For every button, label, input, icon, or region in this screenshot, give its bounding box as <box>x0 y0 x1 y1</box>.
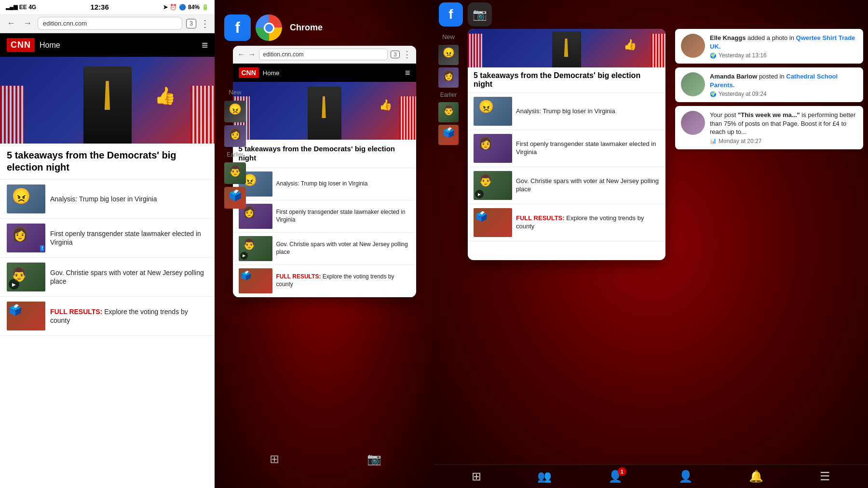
browser-menu-button[interactable]: ⋮ <box>200 18 210 29</box>
s-main-headline[interactable]: 5 takeaways from the Democrats' big elec… <box>233 140 416 168</box>
switcher-card[interactable]: ← → edition.cnn.com 3 ⋮ CNN Home ≡ 👍 <box>233 46 416 297</box>
s-thumb-voting: 🗳️ <box>239 268 272 293</box>
r-text-voting: FULL RESULTS: Explore the voting trends … <box>516 214 660 231</box>
cnn-home-label[interactable]: Home <box>40 41 60 50</box>
news-thumb-trump: 😠 <box>7 185 45 213</box>
r-earlier-thumb-2: 🗳️ <box>438 125 459 145</box>
r-earlier-icon-2: 🗳️ <box>438 125 459 140</box>
left-panel: ▂▄▆ EE 4G 12:36 ➤ ⏰ 🔵 84% 🔋 ← → edition.… <box>0 0 215 488</box>
bluetooth-icon: 🔵 <box>179 4 186 11</box>
s-home-label: Home <box>263 69 280 77</box>
r-list-item[interactable]: 😠 Analysis: Trump big loser in Virginia <box>468 93 665 130</box>
s-list-item[interactable]: 😠 Analysis: Trump big loser in Virginia <box>233 168 416 200</box>
fb-notif-content-3: Your post "This week we ma..." is perfor… <box>710 111 857 145</box>
news-list: 😠 Analysis: Trump big loser in Virginia … <box>0 180 215 488</box>
full-results-label: FULL RESULTS: <box>50 308 102 316</box>
hero-figure <box>79 62 136 144</box>
new-thumb-2-icon: 👩 <box>224 125 246 143</box>
r-cnn-headline[interactable]: 5 takeaways from the Democrats' big elec… <box>468 67 665 93</box>
fb-notif-text-3: Your post "This week we ma..." is perfor… <box>710 111 857 136</box>
switcher-sidebar-strip: New 😠 👩 Earlier 👨 🗳️ <box>224 87 246 209</box>
fb-action-2: posted in <box>759 73 786 80</box>
fb-notification-3[interactable]: Your post "This week we ma..." is perfor… <box>675 106 863 149</box>
s-play-icon: ▶ <box>240 252 248 260</box>
new-thumb-2: 👩 <box>224 125 246 147</box>
switcher-grid-icon[interactable]: ⊞ <box>262 447 286 471</box>
chrome-label: Chrome <box>290 23 323 33</box>
r-thumb-trans: 👩 <box>474 134 512 163</box>
r-earlier-label: Earlier <box>440 90 457 100</box>
r-menu-icon[interactable]: ☰ <box>820 470 830 483</box>
s-news-text-christie: Gov. Christie spars with voter at New Je… <box>276 241 410 256</box>
r-list-item[interactable]: 🗳️ FULL RESULTS: Explore the voting tren… <box>468 204 665 241</box>
s-list-item[interactable]: 👩 First openly transgender state lawmake… <box>233 200 416 233</box>
r-camera-icon[interactable]: 📷 <box>468 2 492 26</box>
chrome-app-icon[interactable] <box>256 14 282 41</box>
s-hamburger-icon[interactable]: ≡ <box>405 68 410 78</box>
news-text-trump: Analysis: Trump big loser in Virginia <box>50 195 208 203</box>
s-news-text-trump: Analysis: Trump big loser in Virginia <box>276 180 368 188</box>
fb-notification-1[interactable]: Elle Knaggs added a photo in Qwertee Shi… <box>675 29 863 64</box>
s-list-item[interactable]: 👨 ▶ Gov. Christie spars with voter at Ne… <box>233 233 416 265</box>
earlier-thumb-icon: 👨 <box>224 162 246 180</box>
r-tab-bar-icon[interactable]: ⊞ <box>472 470 481 483</box>
news-thumb-voting: 🗳️ <box>7 302 45 330</box>
hero-image: 👍 <box>0 57 215 144</box>
new-thumb-icon: 😠 <box>224 101 246 118</box>
right-cnn-card[interactable]: 👍 5 takeaways from the Democrats' big el… <box>468 29 665 260</box>
s-url-bar[interactable]: edition.cnn.com <box>259 49 388 60</box>
fb-time-2: 🌍 Yesterday at 09:24 <box>710 91 857 97</box>
fb-notification-2[interactable]: Amanda Barlow posted in Cathedral School… <box>675 67 863 102</box>
earlier-thumb-1: 👨 <box>224 162 246 184</box>
facebook-app-icon[interactable]: f <box>224 14 251 41</box>
switcher-browser-bar: ← → edition.cnn.com 3 ⋮ <box>233 46 416 64</box>
fb-avatar-3 <box>681 111 705 135</box>
s-menu-button[interactable]: ⋮ <box>403 49 411 60</box>
s-news-text-voting: FULL RESULTS: Explore the voting trends … <box>276 273 410 288</box>
main-headline[interactable]: 5 takeaways from the Democrats' big elec… <box>0 144 215 180</box>
tab-count-badge[interactable]: 3 <box>186 19 196 28</box>
right-bottom-bar: ⊞ 👥 👤 1 👤 🔔 ☰ <box>434 464 868 488</box>
s-hero-image: 👍 <box>233 82 416 140</box>
list-item[interactable]: 👨 ▶ Gov. Christie spars with voter at Ne… <box>0 258 215 297</box>
r-bell-icon[interactable]: 🔔 <box>749 470 763 483</box>
r-friends-icon[interactable]: 👥 <box>537 470 552 483</box>
r-list-item[interactable]: 👨 ▶ Gov. Christie spars with voter at Ne… <box>468 167 665 204</box>
r-thumbsup-icon: 👍 <box>624 39 637 51</box>
news-text-christie: Gov. Christie spars with voter at New Je… <box>50 268 208 286</box>
flag-right <box>190 86 215 144</box>
fb-timestamp-3: Monday at 20:27 <box>719 138 761 145</box>
s-christie-icon: 👨 <box>243 238 256 251</box>
r-list-item[interactable]: 👩 First openly transgender state lawmake… <box>468 130 665 167</box>
s-forward-button[interactable]: → <box>248 50 256 59</box>
list-item[interactable]: 👩 f First openly transgender state lawma… <box>0 219 215 258</box>
s-back-button[interactable]: ← <box>238 50 245 59</box>
s-cnn-logo[interactable]: CNN <box>239 67 259 78</box>
chrome-inner-circle <box>264 23 274 33</box>
list-item[interactable]: 😠 Analysis: Trump big loser in Virginia <box>0 180 215 219</box>
s-list-item[interactable]: 🗳️ FULL RESULTS: Explore the voting tren… <box>233 265 416 297</box>
r-friends2-icon[interactable]: 👤 1 <box>608 470 623 483</box>
r-hero-tie <box>563 39 569 57</box>
hamburger-menu-icon[interactable]: ≡ <box>202 39 208 52</box>
list-item[interactable]: 🗳️ FULL RESULTS: Explore the voting tren… <box>0 297 215 336</box>
forward-button[interactable]: → <box>21 17 34 29</box>
r-full-results-label: FULL RESULTS: <box>516 214 565 222</box>
s-cnn-header: CNN Home ≡ <box>233 64 416 82</box>
signal-icon: ▂▄▆ <box>6 4 17 10</box>
s-tab-badge[interactable]: 3 <box>391 51 399 58</box>
status-bar: ▂▄▆ EE 4G 12:36 ➤ ⏰ 🔵 84% 🔋 <box>0 0 215 14</box>
r-facebook-icon[interactable]: f <box>439 2 463 26</box>
url-bar[interactable]: edition.cnn.com <box>38 17 182 30</box>
chrome-app-row: Chrome <box>256 14 323 41</box>
r-profile-icon[interactable]: 👤 <box>678 470 693 483</box>
news-text-voting: FULL RESULTS: Explore the voting trends … <box>50 307 208 325</box>
fb-notif-text-2: Amanda Barlow posted in Cathedral School… <box>710 72 857 89</box>
s-full-results-label: FULL RESULTS: <box>276 273 321 280</box>
fb-avatar-2 <box>681 72 705 96</box>
cnn-logo[interactable]: CNN <box>7 38 35 52</box>
trump-face-icon: 😠 <box>12 187 31 205</box>
fb-chart-icon: 📊 <box>710 138 717 144</box>
switcher-camera-icon[interactable]: 📷 <box>362 447 386 471</box>
back-button[interactable]: ← <box>5 17 17 29</box>
